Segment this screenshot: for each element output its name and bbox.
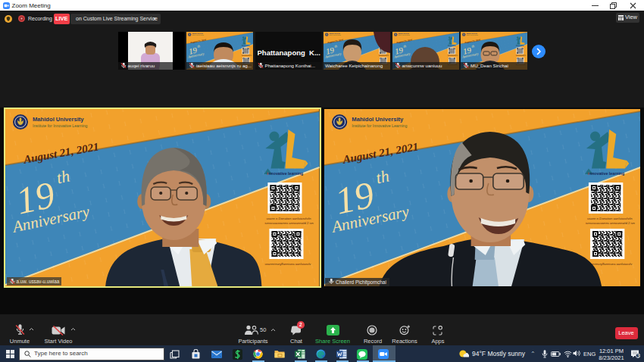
svg-text:3: 3: [637, 354, 639, 358]
